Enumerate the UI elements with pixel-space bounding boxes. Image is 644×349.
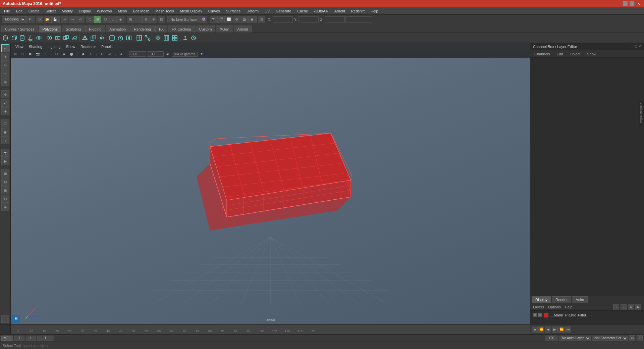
cylinder-icon[interactable] (18, 34, 26, 42)
separate-icon[interactable] (54, 34, 62, 42)
viewport-renderer-menu[interactable]: Renderer (78, 44, 98, 49)
connect-icon[interactable] (144, 34, 152, 42)
step-back-button[interactable]: ⏪ (538, 327, 544, 333)
scale-tool-button[interactable]: ⤡ (1, 69, 9, 78)
show-manip-button[interactable]: ◈ (1, 107, 9, 115)
extra-1[interactable]: ⊞ (1, 169, 9, 178)
open-file-button[interactable]: 📂 (44, 16, 51, 23)
menu-select[interactable]: Select (43, 8, 59, 14)
panel-minimize[interactable]: — (630, 44, 633, 49)
mirror-icon[interactable] (98, 34, 106, 42)
snap-to-view[interactable]: ⊗ (150, 16, 157, 23)
paint-ops-button[interactable]: 🖌 (1, 99, 9, 107)
extra-3[interactable]: ⊠ (1, 186, 9, 194)
tab-show[interactable]: Show (584, 51, 599, 57)
layer-animate[interactable]: ▶ (635, 304, 641, 310)
tab-fx[interactable]: FX (155, 26, 167, 33)
select-tool-button[interactable]: ↖ (1, 44, 9, 52)
wireframe-button[interactable]: ⬡ (1, 119, 9, 128)
tab-object[interactable]: Object (567, 51, 583, 57)
select-by-hierarchy[interactable]: ⬡ (86, 16, 94, 23)
menu-mesh[interactable]: Mesh (115, 8, 129, 14)
torus-icon[interactable] (35, 34, 43, 42)
menu-cache[interactable]: Cache (294, 8, 311, 14)
menu-create[interactable]: Create (26, 8, 42, 14)
current-frame-input[interactable]: 1 (26, 336, 36, 341)
menu-display[interactable]: Display (76, 8, 94, 14)
menu-curves[interactable]: Curves (206, 8, 223, 14)
tab-rigging[interactable]: Rigging (85, 26, 105, 33)
vp-btn-3[interactable]: ⬢ (27, 51, 34, 57)
tab-fx-caching[interactable]: FX Caching (168, 26, 195, 33)
viewport-view-menu[interactable]: View (13, 44, 25, 49)
tab-curves-surfaces[interactable]: Curves / Surfaces (1, 26, 38, 33)
duplicate-icon[interactable] (89, 34, 97, 42)
vp-extra-2[interactable]: ◎ (106, 51, 113, 57)
tab-arnold[interactable]: Arnold (234, 26, 252, 33)
tab-channels[interactable]: Channels (532, 51, 552, 57)
rotate-tool-button[interactable]: ↻ (1, 61, 9, 69)
bridge-icon[interactable] (125, 34, 133, 42)
live-surface-icon[interactable]: 🔮 (200, 16, 207, 23)
menu-mesh-display[interactable]: Mesh Display (177, 8, 205, 14)
fill-hole-icon[interactable] (81, 34, 89, 42)
help-bottom-button[interactable]: ? (637, 335, 643, 341)
extra-2[interactable]: ⊟ (1, 178, 9, 186)
snap-to-curve[interactable]: ⌒ (135, 16, 142, 23)
play-back-button[interactable]: ◀ (545, 327, 551, 333)
minimize-button[interactable]: — (623, 1, 628, 6)
viewport-panels-menu[interactable]: Panels (99, 44, 115, 49)
layer-delete[interactable]: - (621, 304, 627, 310)
vp-value-2[interactable]: 1.00 (147, 51, 164, 57)
menu-mesh-tools[interactable]: Mesh Tools (153, 8, 176, 14)
display-layer-button[interactable]: ⬦ (1, 136, 9, 144)
layers-option[interactable]: Layers (533, 305, 544, 309)
undo-queue[interactable]: ⟲ (76, 16, 84, 23)
vp-value-1[interactable]: 0.00 (129, 51, 146, 57)
vp-gamma-label[interactable]: sRGB gamma (172, 52, 198, 57)
vp-smooth-btn[interactable]: ◉ (61, 51, 67, 57)
vp-shadows-btn[interactable]: ◕ (80, 51, 87, 57)
tab-polygons[interactable]: Polygons (39, 26, 61, 33)
menu-3dto-all[interactable]: -3DtoAll- (311, 8, 331, 14)
mode-selector[interactable]: Modeling (2, 16, 26, 23)
render-region[interactable]: ⬜ (225, 16, 232, 23)
vp-textured-btn[interactable]: ⬤ (68, 51, 75, 57)
cone-icon[interactable] (26, 34, 35, 42)
menu-arnold[interactable]: Arnold (332, 8, 348, 14)
options-option[interactable]: Options (548, 305, 561, 309)
goto-start-button[interactable]: ⏮ (532, 327, 538, 333)
z-input[interactable] (325, 16, 345, 22)
boolean-union-icon[interactable] (62, 34, 70, 42)
layer-visibility[interactable]: V (533, 313, 537, 317)
mode-arrow[interactable]: ▼ (26, 16, 34, 23)
undo-button[interactable]: ↩ (61, 16, 68, 23)
layer-color-swatch[interactable] (544, 313, 548, 317)
vp-btn-2[interactable]: ⬡ (19, 51, 26, 57)
menu-generate[interactable]: Generate (273, 8, 294, 14)
timeline-ruler[interactable]: 5 10 15 20 25 30 35 40 45 50 55 60 65 70… (11, 325, 530, 334)
maximize-button[interactable]: □ (629, 1, 635, 6)
paint-select[interactable]: ◈ (117, 16, 124, 23)
quad-draw-icon[interactable] (116, 34, 124, 42)
extrude-icon[interactable] (70, 34, 78, 42)
vp-extra-1[interactable]: ⊙ (99, 51, 106, 57)
anim-layer-select[interactable]: No Anim Layer (559, 336, 591, 341)
live-surface-button[interactable]: No Live Surface (167, 16, 200, 22)
snap-to-point[interactable]: ⊕ (142, 16, 150, 23)
tab-rendering[interactable]: Rendering (130, 26, 155, 33)
vp-btn-1[interactable]: ⊞ (12, 51, 19, 57)
combine-icon[interactable] (45, 34, 53, 42)
soft-select-button[interactable]: ⊙ (1, 90, 9, 98)
universal-tool-button[interactable]: ⊕ (1, 78, 9, 86)
layer-options[interactable]: ⚙ (628, 304, 634, 310)
tab-xgen[interactable]: XGen (216, 26, 233, 33)
snap-to-grid[interactable]: ⊞ (127, 16, 134, 23)
more-tools-button[interactable]: ⋯ (1, 315, 9, 323)
vp-gamma-btn[interactable]: ◉ (164, 51, 171, 57)
normals-icon[interactable] (181, 34, 189, 42)
tab-display[interactable]: Display (532, 296, 551, 303)
menu-windows[interactable]: Windows (94, 8, 115, 14)
menu-file[interactable]: File (1, 8, 13, 14)
new-file-button[interactable]: 🗋 (36, 16, 43, 23)
